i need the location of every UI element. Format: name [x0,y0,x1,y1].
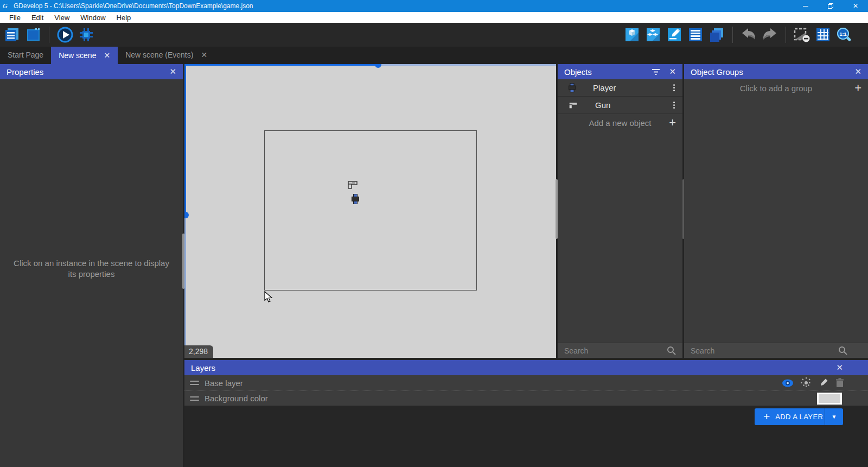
cursor-coordinates-badge: 2,298 [184,345,213,358]
menu-view[interactable]: View [49,13,74,22]
tab-new-scene[interactable]: New scene ✕ [51,47,118,64]
menu-file[interactable]: File [4,13,25,22]
layer-row-background[interactable]: Background color [184,390,868,406]
project-manager-button[interactable] [3,26,21,43]
zoom-1to1-icon: 1:1 [836,27,852,43]
player-object-icon [569,83,576,92]
horizontal-scrollbar-thumb[interactable] [375,64,381,68]
close-panel-icon[interactable]: ✕ [854,67,861,77]
gun-instance[interactable] [348,180,358,189]
menu-help[interactable]: Help [112,13,136,22]
layers-list: Base layer [184,375,868,406]
objects-search-bar [558,343,682,358]
objects-panel: Objects ✕ Player Gun [558,64,682,358]
window-controls: ✕ [793,0,868,12]
layers-panel-icon [709,27,725,43]
object-name: Gun [595,100,610,110]
tab-bar: Start Page New scene ✕ New scene (Events… [0,47,868,64]
menu-edit[interactable]: Edit [27,13,48,22]
groups-search-input[interactable] [691,346,838,355]
close-panel-icon[interactable]: ✕ [669,67,676,77]
object-menu-icon[interactable] [671,82,677,93]
vertical-scrollbar-thumb[interactable] [184,212,189,218]
layer-visibility-icon[interactable] [782,379,794,387]
svg-text:1:1: 1:1 [839,31,846,37]
add-new-object-button[interactable]: Add a new object + [558,114,682,131]
object-row-player[interactable]: Player [558,79,682,97]
restore-icon [828,3,833,9]
project-manager-icon [4,27,20,43]
toggle-properties-panel-button[interactable] [666,26,683,43]
search-icon [838,346,847,355]
menu-window[interactable]: Window [75,13,110,22]
close-panel-icon[interactable]: ✕ [169,67,176,77]
drag-handle-icon[interactable] [190,381,199,385]
layers-panel: Layers ✕ Base layer [184,360,868,467]
object-groups-panel: Object Groups ✕ Click to add a group + [684,64,868,358]
toggle-object-groups-panel-button[interactable] [644,26,662,43]
toggle-instances-list-button[interactable] [687,26,704,43]
horizontal-scrollbar-track[interactable] [184,64,378,66]
minimize-button[interactable] [793,0,818,12]
game-window-frame [264,130,477,291]
redo-button[interactable] [761,26,778,43]
objects-search-input[interactable] [564,346,667,355]
layer-delete-icon[interactable] [835,378,844,388]
play-button[interactable] [56,26,74,43]
layer-edit-icon[interactable] [819,378,828,388]
tab-label: Start Page [8,51,43,59]
toggle-grid-button[interactable] [814,26,832,43]
vertical-scrollbar-track[interactable] [184,64,186,215]
vertical-scrollbar-track[interactable] [184,215,186,358]
filter-icon[interactable] [652,68,660,75]
layers-panel-header: Layers ✕ [184,360,868,375]
panel-resize-scrollbar[interactable] [556,179,558,239]
plus-icon: + [854,83,861,93]
layer-effects-icon[interactable] [801,377,812,388]
close-panel-icon[interactable]: ✕ [836,363,843,373]
panel-title: Objects [564,67,592,77]
horizontal-scrollbar-track[interactable] [378,64,556,66]
debug-button[interactable] [78,26,95,43]
clear-selection-button[interactable] [793,26,810,43]
restore-button[interactable] [818,0,843,12]
plus-icon: + [763,410,770,423]
object-menu-icon[interactable] [671,99,677,111]
tab-label: New scene [59,51,96,60]
undo-button[interactable] [740,26,757,43]
zoom-original-button[interactable]: 1:1 [835,26,853,43]
add-layer-label: ADD A LAYER [775,413,823,421]
panel-title: Object Groups [691,67,743,77]
properties-panel-icon [667,27,682,42]
tab-start-page[interactable]: Start Page [0,47,51,62]
layer-row-base[interactable]: Base layer [184,375,868,390]
gdevelop-window: G GDevelop 5 - C:\Users\Sparkle\OneDrive… [0,0,868,467]
add-group-button[interactable]: Click to add a group + [684,79,868,97]
drag-handle-icon[interactable] [190,396,199,401]
properties-panel-header: Properties ✕ [0,64,183,79]
gun-object-icon [569,102,578,109]
tab-label: New scene (Events) [125,51,193,59]
plus-icon: + [669,117,676,128]
toolbar-separator [49,27,49,43]
start-page-button[interactable] [24,26,42,43]
object-name: Player [593,83,616,92]
add-layer-dropdown[interactable]: ▼ [825,408,843,425]
play-icon [56,26,74,43]
clear-selection-icon [793,27,810,43]
tab-close-icon[interactable]: ✕ [104,51,110,60]
tab-close-icon[interactable]: ✕ [201,51,207,59]
scene-canvas[interactable]: 2,298 [184,64,556,358]
add-layer-button[interactable]: + ADD A LAYER ▼ [755,408,843,425]
close-button[interactable]: ✕ [843,0,868,12]
background-color-swatch[interactable] [817,393,842,405]
object-row-gun[interactable]: Gun [558,97,682,114]
properties-empty-message: Click on an instance in the scene to dis… [10,258,173,280]
layer-name: Background color [205,394,268,403]
panel-resize-scrollbar[interactable] [182,234,184,289]
player-instance[interactable] [352,194,359,204]
panel-resize-scrollbar[interactable] [682,179,684,239]
toggle-layers-panel-button[interactable] [708,26,725,43]
toggle-objects-panel-button[interactable] [623,26,641,43]
tab-new-scene-events[interactable]: New scene (Events) ✕ [118,47,215,62]
